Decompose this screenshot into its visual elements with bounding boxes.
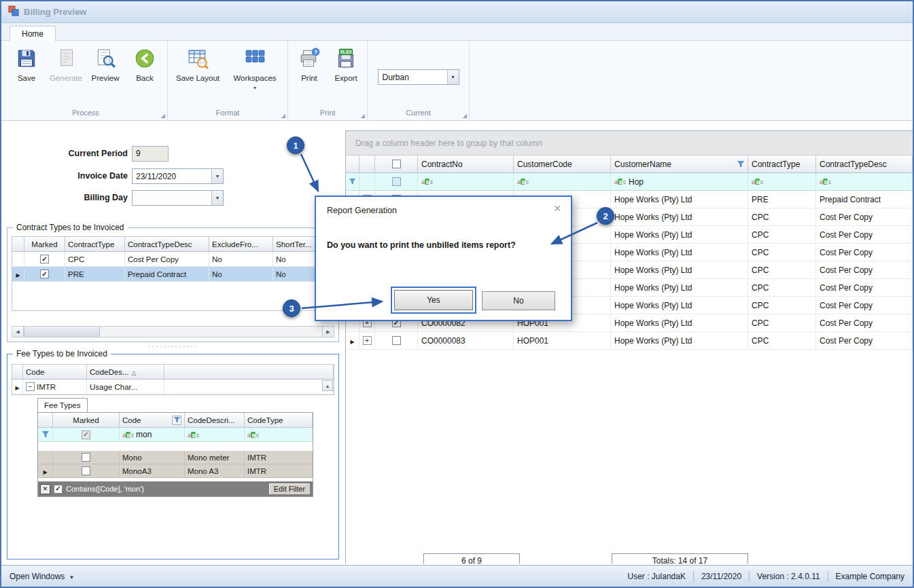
dialog-launcher-icon[interactable] xyxy=(281,113,285,119)
marked-filter-checkbox[interactable] xyxy=(375,173,418,190)
fee-master-desc: Usage Char... xyxy=(87,380,164,394)
tab-home[interactable]: Home xyxy=(10,26,56,41)
table-row[interactable]: MonoA3 Mono A3 IMTR xyxy=(38,464,313,478)
invoice-date-combobox[interactable]: 23/11/2020 xyxy=(132,168,224,184)
marked-filter-checkbox[interactable] xyxy=(53,428,120,441)
code-filter-cell[interactable]: aBc mon xyxy=(120,428,185,441)
column-header-codetype[interactable]: CodeType xyxy=(245,413,313,427)
filter-enabled-checkbox[interactable] xyxy=(54,485,63,494)
workspaces-button[interactable]: Workspaces xyxy=(225,43,285,92)
svg-text:B: B xyxy=(127,432,131,438)
column-header-codedesc[interactable]: CodeDes... xyxy=(87,365,164,379)
column-header-codedesc[interactable]: CodeDescri... xyxy=(185,413,245,427)
column-header-customercode[interactable]: CustomerCode xyxy=(514,155,611,172)
table-row[interactable]: Mono Mono meter IMTR xyxy=(38,451,313,464)
contracttype-filter-cell[interactable]: aBc xyxy=(748,173,816,190)
column-header-excludefrom[interactable]: ExcludeFro... xyxy=(209,237,273,251)
close-filter-icon[interactable] xyxy=(40,484,50,494)
scroll-right-icon[interactable]: ▶ xyxy=(322,327,334,337)
yes-button[interactable]: Yes xyxy=(394,290,473,310)
fee-grid-header: Code CodeDes... xyxy=(12,365,334,380)
type-filter-cell[interactable]: aBc xyxy=(245,428,313,441)
marked-checkbox[interactable] xyxy=(53,451,120,464)
auto-filter-row[interactable]: aBc aBc aBc Hop aBc aBc xyxy=(346,173,913,191)
cell-contract-type-desc: Cost Per Copy xyxy=(816,208,913,225)
back-button[interactable]: Back xyxy=(125,43,164,82)
dialog-launcher-icon[interactable] xyxy=(463,113,467,119)
dialog-launcher-icon[interactable] xyxy=(161,113,165,119)
cell-code-type: IMTR xyxy=(245,464,313,477)
contractno-filter-cell[interactable]: aBc xyxy=(418,173,514,190)
table-row[interactable]: CO0000083 HOP001 Hope Works (Pty) Ltd CP… xyxy=(346,332,913,350)
filter-funnel-icon[interactable] xyxy=(737,161,744,168)
edit-filter-button[interactable]: Edit Filter xyxy=(268,483,311,495)
expand-row-icon[interactable] xyxy=(359,332,375,349)
marked-checkbox[interactable] xyxy=(53,464,120,477)
cell-contract-type: CPC xyxy=(748,297,816,314)
group-by-panel[interactable]: Drag a column header here to group by th… xyxy=(346,131,913,155)
table-row-selected[interactable]: PRE Prepaid Contract No No xyxy=(12,267,334,282)
close-icon[interactable] xyxy=(553,203,561,214)
scroll-left-icon[interactable]: ◀ xyxy=(12,327,24,337)
column-header-contracttype[interactable]: ContractType xyxy=(65,237,125,251)
chevron-down-icon[interactable] xyxy=(211,191,223,205)
customername-filter-cell[interactable]: aBc Hop xyxy=(611,173,748,190)
billing-day-combobox[interactable] xyxy=(132,190,224,206)
chevron-down-icon[interactable] xyxy=(211,169,223,183)
current-period-field[interactable]: 9 xyxy=(132,146,169,162)
customercode-filter-cell[interactable]: aBc xyxy=(514,173,611,190)
cell-contract-type: CPC xyxy=(748,332,816,349)
row-indicator-header xyxy=(38,413,53,427)
column-header-customername[interactable]: CustomerName xyxy=(611,155,748,172)
column-header-contractno[interactable]: ContractNo xyxy=(418,155,514,172)
marked-checkbox[interactable] xyxy=(24,252,65,266)
billing-day-label: Billing Day xyxy=(42,193,128,202)
column-header-marked[interactable]: Marked xyxy=(24,237,65,251)
table-row[interactable]: CPC Cost Per Copy No No xyxy=(12,252,334,267)
marked-checkbox[interactable] xyxy=(24,267,65,281)
fee-detail-tab[interactable]: Fee Types xyxy=(37,398,88,412)
open-windows-menu[interactable]: Open Windows xyxy=(10,572,74,581)
dialog-launcher-icon[interactable] xyxy=(361,113,365,119)
save-layout-icon xyxy=(186,47,209,70)
ribbon-group-caption-process: Process xyxy=(5,109,166,119)
column-header-marked[interactable]: Marked xyxy=(53,413,120,427)
print-button[interactable]: ? Print xyxy=(291,43,328,82)
ribbon: Save Generate Preview xyxy=(1,41,913,121)
fee-master-row[interactable]: IMTR Usage Char... xyxy=(12,380,334,394)
cell-contract-type-desc: Cost Per Copy xyxy=(816,261,913,278)
back-label: Back xyxy=(136,74,154,82)
scroll-up-icon[interactable] xyxy=(322,380,333,391)
chevron-down-icon[interactable] xyxy=(447,70,459,84)
svg-text:c: c xyxy=(760,179,763,185)
svg-text:B: B xyxy=(619,179,623,185)
cell-contract-type-desc: Cost Per Copy xyxy=(816,297,913,314)
column-header-contracttypedesc[interactable]: ContractTypeDesc xyxy=(125,237,209,251)
column-filter-button[interactable] xyxy=(172,416,181,425)
app-window: Billing Preview Home Save Generate xyxy=(0,0,914,588)
save-button[interactable]: Save xyxy=(7,43,46,82)
row-indicator xyxy=(12,252,24,266)
current-branch-combobox[interactable]: Durban xyxy=(378,69,459,85)
no-button[interactable]: No xyxy=(482,291,555,310)
print-label: Print xyxy=(301,74,317,82)
marked-checkbox[interactable] xyxy=(375,332,418,349)
export-button[interactable]: XLSX Export xyxy=(328,43,364,82)
row-indicator xyxy=(38,464,53,477)
preview-button[interactable]: Preview xyxy=(86,43,125,82)
column-header-contracttype[interactable]: ContractType xyxy=(748,155,816,172)
save-layout-button[interactable]: Save Layout xyxy=(171,43,225,82)
column-header-code[interactable]: Code xyxy=(23,365,87,379)
horizontal-scrollbar[interactable]: ◀ ▶ xyxy=(12,326,334,337)
status-bar: Open Windows User : JulandaK 23/11/2020 … xyxy=(1,565,913,587)
scrollbar-thumb[interactable] xyxy=(24,327,100,337)
cell-contract-type-desc: Cost Per Copy xyxy=(816,314,913,331)
contracttypedesc-filter-cell[interactable]: aBc xyxy=(816,173,913,190)
collapse-row-icon[interactable] xyxy=(26,382,35,391)
column-header-contracttypedesc[interactable]: ContractTypeDesc xyxy=(816,155,913,172)
column-header-code[interactable]: Code xyxy=(120,413,185,427)
current-branch-value: Durban xyxy=(379,73,447,82)
desc-filter-cell[interactable]: aBc xyxy=(185,428,245,441)
fee-detail-filter-row[interactable]: aBc mon aBc aBc xyxy=(38,428,313,442)
marked-column-header[interactable] xyxy=(375,155,418,172)
